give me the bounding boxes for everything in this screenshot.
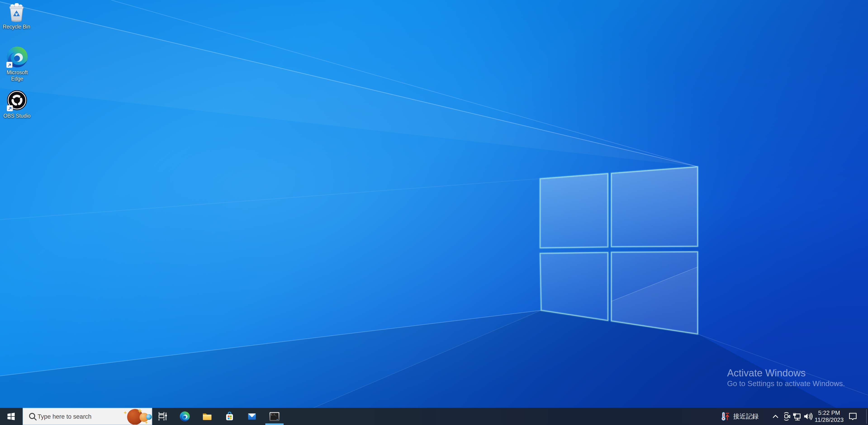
logo-pane-top-right bbox=[611, 167, 698, 247]
thermometer-icon bbox=[720, 411, 730, 422]
edge-icon bbox=[6, 46, 28, 68]
speaker-icon bbox=[802, 411, 813, 422]
tray-clock[interactable]: 5:22 PM 11/28/2023 bbox=[813, 408, 845, 425]
tray-network-button[interactable] bbox=[792, 408, 802, 425]
clock-time: 5:22 PM bbox=[818, 409, 840, 416]
taskbar-command-prompt-button[interactable]: C:\_ bbox=[269, 408, 280, 425]
meet-now-camera-icon bbox=[782, 411, 793, 422]
tray-show-hidden-icons-button[interactable] bbox=[770, 408, 781, 425]
search-input[interactable] bbox=[37, 408, 103, 425]
desktop-icon-label: OBS Studio bbox=[0, 113, 34, 119]
edge-icon bbox=[180, 411, 190, 422]
start-button[interactable] bbox=[0, 408, 22, 425]
desktop-icon-label: Microsoft Edge bbox=[0, 69, 34, 82]
shortcut-arrow-icon bbox=[7, 105, 13, 111]
watermark-subtitle: Go to Settings to activate Windows. bbox=[727, 379, 845, 388]
taskbar-file-explorer-button[interactable] bbox=[202, 408, 213, 425]
recycle-bin-icon bbox=[8, 3, 25, 22]
tray-volume-button[interactable] bbox=[802, 408, 813, 425]
taskbar-task-view-button[interactable] bbox=[157, 408, 168, 425]
file-explorer-icon bbox=[202, 411, 213, 422]
ethernet-network-icon bbox=[792, 411, 802, 422]
tray-meet-now-button[interactable] bbox=[782, 408, 793, 425]
logo-pane-bottom-left bbox=[540, 252, 608, 321]
sparkle-icon bbox=[123, 411, 127, 414]
taskbar: C:\_ 接近記録 bbox=[0, 408, 868, 425]
activate-windows-watermark: Activate Windows Go to Settings to activ… bbox=[727, 367, 845, 388]
cmd-icon-text: C:\_ bbox=[271, 413, 277, 416]
windows-start-icon bbox=[7, 412, 15, 421]
search-highlight-earth-icon bbox=[146, 414, 152, 420]
desktop-icon-recycle-bin[interactable]: Recycle Bin bbox=[0, 3, 33, 30]
clock-date: 11/28/2023 bbox=[815, 416, 844, 423]
desktop-icon-microsoft-edge[interactable]: Microsoft Edge bbox=[0, 46, 34, 82]
tray-temperature-label: 接近記録 bbox=[733, 412, 758, 421]
show-desktop-button[interactable] bbox=[867, 408, 868, 425]
desktop-icon-obs-studio[interactable]: OBS Studio bbox=[0, 90, 34, 119]
chevron-up-icon bbox=[771, 412, 780, 421]
command-prompt-icon: C:\_ bbox=[269, 411, 280, 422]
action-center-button[interactable] bbox=[846, 408, 859, 425]
watermark-title: Activate Windows bbox=[727, 367, 845, 379]
active-app-indicator bbox=[265, 423, 284, 425]
microsoft-store-icon bbox=[224, 411, 235, 422]
obs-studio-icon bbox=[7, 90, 27, 111]
desktop-screen: Recycle Bin Microsoft Edge bbox=[0, 0, 868, 425]
recycle-bin-art bbox=[8, 3, 25, 22]
task-view-icon bbox=[157, 411, 168, 422]
taskbar-mail-button[interactable] bbox=[247, 408, 257, 425]
mail-icon bbox=[247, 411, 257, 422]
tray-temperature-widget[interactable]: 接近記録 bbox=[720, 408, 758, 425]
search-box[interactable] bbox=[23, 408, 152, 425]
taskbar-microsoft-store-button[interactable] bbox=[224, 408, 235, 425]
wallpaper bbox=[0, 0, 868, 425]
taskbar-edge-button[interactable] bbox=[179, 408, 190, 425]
shortcut-arrow-icon bbox=[6, 62, 12, 68]
logo-pane-top-left bbox=[540, 174, 608, 248]
action-center-icon bbox=[847, 411, 858, 422]
desktop-icon-label: Recycle Bin bbox=[0, 24, 33, 30]
